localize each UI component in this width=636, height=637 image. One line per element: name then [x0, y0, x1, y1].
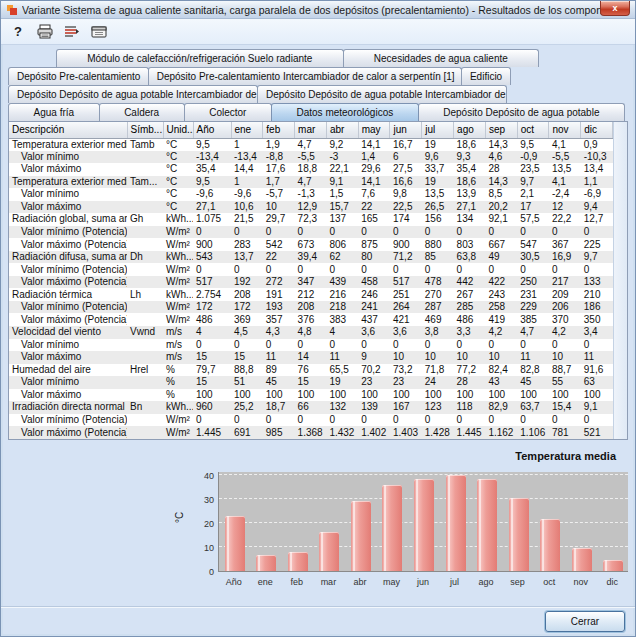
table-cell: 241	[358, 301, 390, 314]
table-row[interactable]: Valor máximom/s1515111411910101010111011	[9, 351, 613, 364]
table-row[interactable]: Valor máximo (Potencia)W/m²4863693573763…	[9, 313, 613, 326]
table-cell: 2.754	[193, 288, 231, 301]
table-cell: Valor mínimo (Potencia)	[9, 301, 127, 314]
table-cell: 1	[231, 176, 263, 189]
table-cell: 45	[517, 376, 549, 389]
table-cell: 287	[422, 301, 454, 314]
x-tick-label: nov	[565, 577, 597, 587]
table-row[interactable]: Temperatura exterior media-...Tam...°C9,…	[9, 176, 613, 189]
table-cell: m/s	[163, 351, 193, 364]
table-row[interactable]: Valor mínimo (Potencia)W/m²0000000000000	[9, 263, 613, 276]
table-row[interactable]: Velocidad del vientoVwndm/s44,54,34,843,…	[9, 326, 613, 339]
tab-depósito-depósito-de-agua-potable-interc[interactable]: Depósito Depósito de agua potable Interc…	[8, 85, 258, 103]
column-header[interactable]: dic	[581, 122, 613, 138]
table-row[interactable]: Valor máximo%100100100100100100100100100…	[9, 389, 613, 402]
table-row[interactable]: Valor máximo (Potencia)W/m²5171922723474…	[9, 276, 613, 289]
table-cell: 26,5	[422, 201, 454, 214]
table-cell: 0	[485, 414, 517, 427]
table-cell: 88,7	[549, 364, 581, 377]
y-tick-label: 0	[192, 567, 214, 577]
column-header[interactable]: may	[358, 122, 390, 138]
column-header[interactable]: jun	[390, 122, 422, 138]
print-icon[interactable]	[36, 23, 54, 40]
table-row[interactable]: Valor máximo (Potencia)W/m²1.4456919851.…	[9, 426, 613, 439]
table-cell: 15	[193, 376, 231, 389]
table-row[interactable]: Irradiación directa normalBnkWh...96025,…	[9, 401, 613, 414]
column-header[interactable]: oct	[517, 122, 549, 138]
table-cell: 22,1	[326, 163, 358, 176]
table-cell: 0	[326, 226, 358, 239]
table-cell: 1,9	[263, 138, 295, 151]
table-cell: 0	[485, 263, 517, 276]
table-cell: 70,2	[358, 364, 390, 377]
table-cell: 17	[517, 201, 549, 214]
column-header[interactable]: Unid...	[163, 122, 193, 138]
column-header[interactable]: Descripción	[9, 122, 127, 138]
table-row[interactable]: Radiación global, suma anualGhkWh...1.07…	[9, 213, 613, 226]
table-cell: 206	[549, 301, 581, 314]
column-header[interactable]: ago	[454, 122, 486, 138]
table-scrollbar[interactable]	[613, 122, 627, 439]
titlebar[interactable]: Variante Sistema de agua caliente sanita…	[1, 1, 635, 19]
table-cell: 0	[390, 226, 422, 239]
tab-necesidades-de-agua-caliente[interactable]: Necesidades de agua caliente	[343, 49, 539, 67]
column-header[interactable]: jul	[422, 122, 454, 138]
column-header[interactable]: ene	[231, 122, 263, 138]
meteo-table-wrap: DescripciónSímb...Unid...Añoenefebmarabr…	[8, 121, 628, 440]
tab-edificio[interactable]: Edificio	[461, 67, 511, 85]
column-header[interactable]: sep	[485, 122, 517, 138]
tab-datos-meteorológicos[interactable]: Datos meteorológicos	[271, 103, 419, 121]
tab-caldera[interactable]: Caldera	[99, 103, 185, 121]
tab-depósito-depósito-de-agua-potable[interactable]: Depósito Depósito de agua potable	[418, 103, 625, 121]
table-row[interactable]: Valor mínimo°C-13,4-13,4-8,8-5,5-31,469,…	[9, 151, 613, 164]
table-cell: -9,6	[231, 188, 263, 201]
cerrar-button[interactable]: Cerrar	[545, 611, 625, 632]
table-cell: 0	[422, 263, 454, 276]
table-cell: 77,2	[454, 364, 486, 377]
table-row[interactable]: Valor mínimom/s0000000000000	[9, 339, 613, 352]
bar	[477, 479, 497, 571]
column-header[interactable]: Año	[193, 122, 231, 138]
table-cell: 0	[295, 263, 327, 276]
table-row[interactable]: Temperatura exterior mediaTamb°C9,511,94…	[9, 138, 613, 151]
table-cell: 4,5	[231, 326, 263, 339]
table-row[interactable]: Valor máximo°C27,110,61012,915,72222,526…	[9, 201, 613, 214]
table-cell: 65,5	[326, 364, 358, 377]
table-row[interactable]: Valor mínimo (Potencia)W/m²1721721932082…	[9, 301, 613, 314]
table-row[interactable]: Valor mínimo°C-9,6-9,6-5,7-1,31,57,69,81…	[9, 188, 613, 201]
tab-módulo-de-calefacción-refrigeración-suel[interactable]: Módulo de calefacción/refrigeración Suel…	[56, 49, 344, 67]
close-icon[interactable]: x	[600, 1, 630, 16]
table-cell: -8,8	[263, 151, 295, 164]
column-header[interactable]: abr	[326, 122, 358, 138]
table-row[interactable]: Valor mínimo (Potencia)W/m²0000000000000	[9, 226, 613, 239]
table-row[interactable]: Valor mínimo (Potencia)W/m²0000000000000	[9, 414, 613, 427]
table-cell: 880	[422, 238, 454, 251]
table-cell: -5,7	[263, 188, 295, 201]
table-cell: 100	[231, 389, 263, 402]
table-row[interactable]: Radiación térmicaLhkWh...2.7542081912122…	[9, 288, 613, 301]
column-header[interactable]: feb	[263, 122, 295, 138]
table-cell: 0	[358, 414, 390, 427]
table-cell: 0	[326, 339, 358, 352]
table-cell: 258	[485, 301, 517, 314]
table-cell: 1.403	[390, 426, 422, 439]
table-cell: 0	[390, 339, 422, 352]
report-icon[interactable]	[63, 23, 81, 40]
table-row[interactable]: Valor mínimo%15514515192323242843455563	[9, 376, 613, 389]
table-row[interactable]: Radiación difusa, suma anualDhkWh...5431…	[9, 251, 613, 264]
column-header[interactable]: nov	[549, 122, 581, 138]
table-row[interactable]: Valor máximo°C35,414,417,618,822,129,627…	[9, 163, 613, 176]
tab-depósito-pre-calentamiento-intercambiado[interactable]: Depósito Pre-calentamiento Intercambiado…	[148, 67, 462, 85]
column-header[interactable]: mar	[295, 122, 327, 138]
help-icon[interactable]: ?	[9, 23, 27, 40]
column-header[interactable]: Símb...	[127, 122, 163, 138]
tab-colector[interactable]: Colector	[184, 103, 272, 121]
table-cell: 209	[549, 288, 581, 301]
table-row[interactable]: Humedad del aireHrel%79,788,8897665,570,…	[9, 364, 613, 377]
page-setup-icon[interactable]	[90, 23, 108, 40]
table-row[interactable]: Valor máximo (Potencia)W/m²9002835426738…	[9, 238, 613, 251]
tab-depósito-pre-calentamiento[interactable]: Depósito Pre-calentamiento	[8, 67, 149, 85]
table-cell: 691	[231, 426, 263, 439]
tab-agua-fría[interactable]: Agua fría	[8, 103, 100, 121]
tab-depósito-depósito-de-agua-potable-interc[interactable]: Depósito Depósito de agua potable Interc…	[257, 85, 507, 103]
